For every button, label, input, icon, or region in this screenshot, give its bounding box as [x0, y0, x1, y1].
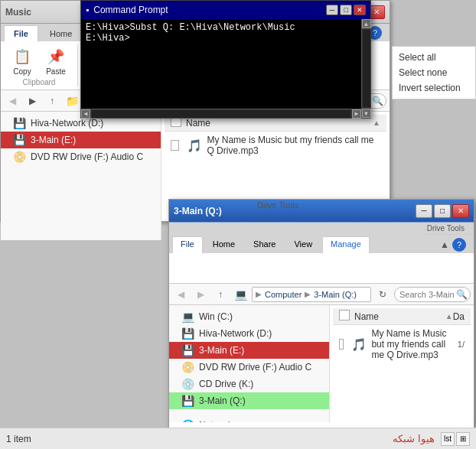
- network-icon: 🌐: [181, 419, 194, 422]
- cmd-scroll-up[interactable]: ▲: [362, 19, 371, 28]
- select-all-item[interactable]: Select all: [396, 50, 472, 65]
- fg-date-column-header[interactable]: Da: [453, 311, 465, 322]
- cmd-scroll-track[interactable]: [363, 30, 370, 107]
- forward-button[interactable]: ▶: [24, 93, 41, 109]
- fg-ribbon-tabs: File Home Share View Manage ▲ ?: [169, 235, 474, 253]
- fg-maximize-button[interactable]: □: [434, 204, 451, 218]
- fg-sidebar-cd-k[interactable]: 💿 CD Drive (K:): [169, 376, 329, 392]
- up-button[interactable]: ↑: [44, 93, 60, 109]
- fg-file-list: Name ▲ Da 🎵 My Name is Music but my frie…: [330, 305, 474, 422]
- win-icon: 💻: [181, 311, 194, 323]
- bg-tab-home[interactable]: Home: [40, 25, 82, 41]
- fg-list-header: Name ▲ Da: [333, 308, 471, 325]
- fg-address-path[interactable]: ▶ Computer ▶ 3-Main (Q:): [252, 287, 371, 302]
- fg-titlebar-buttons: ─ □ ✕: [416, 204, 469, 218]
- invert-selection-item[interactable]: Invert selection: [396, 80, 472, 96]
- fg-search-icon: 🔍: [456, 289, 468, 300]
- cmd-line1: E:\Hiva>Subst Q: E:\Hiva\Network\Music: [86, 22, 366, 33]
- fg-address-bar: ◀ ▶ ↑ 💻 ▶ Computer ▶ 3-Main (Q:) ↻ 🔍: [169, 284, 474, 305]
- fg-sidebar-network[interactable]: 🌐 Network: [169, 417, 329, 422]
- status-right: هیوا شبکه lst ⊞: [393, 432, 470, 446]
- fg-sidebar: 💻 Win (C:) 💾 Hiva-Network (D:) 💾 3-Main …: [169, 305, 330, 422]
- back-button[interactable]: ◀: [4, 93, 21, 109]
- fg-sidebar-3main-e[interactable]: 💾 3-Main (E:): [169, 342, 329, 359]
- select-panel: Select all Select none Invert selection: [392, 46, 476, 99]
- watermark: هیوا شبکه: [393, 433, 435, 444]
- search-icon: 🔍: [372, 96, 383, 106]
- fg-file-checkbox[interactable]: [339, 339, 344, 350]
- paste-button[interactable]: 📌 Paste: [41, 44, 71, 77]
- fg-sidebar-3main-q[interactable]: 💾 3-Main (Q:): [169, 392, 329, 409]
- select-none-item[interactable]: Select none: [396, 65, 472, 80]
- paste-icon: 📌: [45, 46, 67, 67]
- bg-clipboard-group: 📋 Copy 📌 Paste Clipboard: [7, 44, 78, 86]
- sidebar-item-dvd[interactable]: 📀 DVD RW Drive (F:) Audio C: [1, 148, 161, 165]
- cmd-titlebar-buttons: ─ □ ✕: [326, 5, 366, 15]
- fg-up-button[interactable]: ↑: [212, 286, 229, 303]
- sidebar-item-3main-e[interactable]: 💾 3-Main (E:): [1, 132, 161, 148]
- fg-close-button[interactable]: ✕: [452, 204, 469, 218]
- cmd-maximize-button[interactable]: □: [340, 5, 352, 15]
- fg-refresh-button[interactable]: ↻: [374, 286, 391, 303]
- view-details-button[interactable]: ⊞: [456, 432, 470, 446]
- cmd-minimize-button[interactable]: ─: [326, 5, 338, 15]
- fg-music-file-icon: 🎵: [351, 337, 367, 352]
- fg-drive-tools-tab-label: Drive Tools: [421, 223, 471, 235]
- drive-icon: 💾: [181, 327, 194, 340]
- fg-ribbon-collapse-icon[interactable]: ▲: [440, 239, 449, 250]
- fg-sidebar-win-c[interactable]: 💻 Win (C:): [169, 308, 329, 325]
- cmd-close-button[interactable]: ✕: [354, 5, 366, 15]
- copy-icon: 📋: [11, 46, 33, 67]
- fg-ribbon-content: [169, 253, 474, 284]
- fg-back-button[interactable]: ◀: [172, 286, 189, 303]
- drive-icon: 💾: [181, 395, 194, 407]
- fg-path-computer[interactable]: Computer: [265, 290, 302, 299]
- fg-path-3main-q[interactable]: 3-Main (Q:): [314, 290, 357, 299]
- fg-file-row[interactable]: 🎵 My Name is Music but my friends call m…: [333, 325, 471, 363]
- status-bar: 1 item هیوا شبکه lst ⊞: [0, 428, 476, 449]
- bg-tab-file[interactable]: File: [4, 25, 38, 42]
- cmd-body[interactable]: E:\Hiva>Subst Q: E:\Hiva\Network\Music E…: [81, 19, 370, 118]
- fg-sidebar-hiva-network[interactable]: 💾 Hiva-Network (D:): [169, 325, 329, 342]
- view-list-button[interactable]: lst: [441, 432, 455, 446]
- copy-button[interactable]: 📋 Copy: [7, 44, 37, 77]
- cmd-scroll-down[interactable]: ▼: [362, 109, 371, 118]
- fg-help-button[interactable]: ?: [452, 238, 466, 252]
- cmd-app-icon: ▪: [86, 5, 89, 15]
- fg-explorer-title: 3-Main (Q:): [174, 206, 222, 216]
- fg-tab-file[interactable]: File: [172, 236, 203, 253]
- fg-explorer-titlebar: 3-Main (Q:) ─ □ ✕: [169, 200, 474, 223]
- cmd-title-text: ▪ Command Prompt: [86, 5, 168, 15]
- cmd-line2: E:\Hiva>: [86, 33, 366, 44]
- file-checkbox[interactable]: [171, 140, 179, 151]
- fg-name-column-header[interactable]: Name: [354, 311, 445, 322]
- fg-tab-share[interactable]: Share: [245, 236, 284, 253]
- cmd-hscroll-track[interactable]: [92, 110, 350, 118]
- fg-forward-button[interactable]: ▶: [192, 286, 209, 303]
- drive-icon: 💾: [13, 134, 26, 146]
- fg-tab-manage[interactable]: Manage: [322, 236, 370, 253]
- drive-icon: 💾: [181, 344, 194, 356]
- fg-tab-home[interactable]: Home: [204, 236, 243, 253]
- name-column-header[interactable]: Name: [186, 118, 373, 129]
- fg-header-checkbox[interactable]: [339, 310, 350, 320]
- fg-file-date: 1/: [458, 340, 465, 349]
- cmd-window: ▪ Command Prompt ─ □ ✕ E:\Hiva>Subst Q: …: [80, 0, 371, 119]
- fg-minimize-button[interactable]: ─: [416, 204, 432, 218]
- cd-icon: 💿: [181, 378, 194, 390]
- cmd-vscrollbar[interactable]: ▲ ▼: [361, 19, 370, 118]
- bg-file-row[interactable]: 🎵 My Name is Music but my friends call m…: [165, 132, 386, 159]
- folder-icon: 📁: [64, 93, 80, 109]
- cmd-hscroll-left[interactable]: ◀: [81, 109, 90, 119]
- item-count: 1 item: [6, 434, 31, 444]
- dvd-icon: 📀: [13, 151, 26, 163]
- bg-explorer-title: Music: [5, 7, 31, 18]
- cmd-hscrollbar[interactable]: ◀ ▶: [81, 109, 361, 118]
- view-icons: lst ⊞: [441, 432, 470, 446]
- fg-sidebar-dvd[interactable]: 📀 DVD RW Drive (F:) Audio C: [169, 359, 329, 376]
- dvd-icon: 📀: [181, 361, 194, 373]
- fg-search-container: 🔍: [394, 287, 471, 302]
- fg-tab-view[interactable]: View: [285, 236, 321, 253]
- fg-file-area: 💻 Win (C:) 💾 Hiva-Network (D:) 💾 3-Main …: [169, 305, 474, 422]
- cmd-hscroll-right[interactable]: ▶: [352, 109, 361, 119]
